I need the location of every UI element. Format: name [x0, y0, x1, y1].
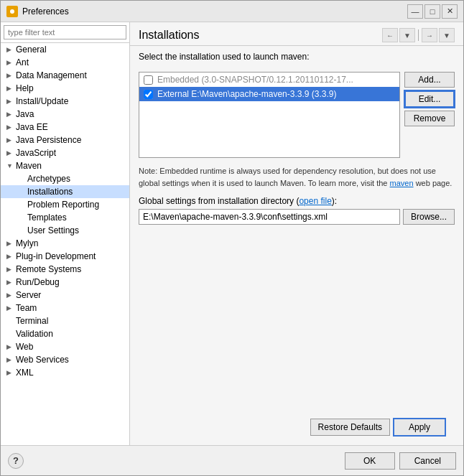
external-label: External E:\Maven\apache-maven-3.3.9 (3.…	[157, 89, 395, 99]
sidebar-item-label: Problem Reporting	[27, 200, 126, 210]
settings-label: Global settings from installation direct…	[139, 196, 455, 206]
sidebar-item-label: XML	[16, 368, 126, 378]
sidebar-item-label: Install/Update	[16, 96, 126, 106]
toolbar-separator	[418, 29, 419, 41]
preferences-window: Preferences — □ ✕ ▶General▶Ant▶Data Mana…	[0, 0, 464, 476]
sidebar-item-help[interactable]: ▶Help	[1, 82, 129, 95]
sidebar-item-label: Web Services	[16, 355, 126, 365]
sidebar-item-problem-reporting[interactable]: Problem Reporting	[1, 198, 129, 211]
forward-button[interactable]: →	[422, 28, 437, 42]
window-title: Preferences	[22, 6, 69, 17]
back-button[interactable]: ←	[382, 28, 398, 42]
sidebar-item-remote-systems[interactable]: ▶Remote Systems	[1, 263, 129, 276]
sidebar-item-label: Web	[16, 342, 126, 352]
settings-row: Browse...	[139, 209, 455, 225]
settings-label-end: ):	[332, 196, 337, 206]
title-bar: Preferences — □ ✕	[1, 1, 463, 22]
maximize-button[interactable]: □	[424, 4, 440, 19]
sidebar-item-terminal[interactable]: Terminal	[1, 314, 129, 327]
sidebar-item-mylyn[interactable]: ▶Mylyn	[1, 237, 129, 250]
arrow-icon: ▶	[6, 279, 14, 286]
sidebar-item-label: Ant	[16, 57, 126, 67]
close-button[interactable]: ✕	[442, 4, 458, 19]
sidebar-item-label: Validation	[16, 329, 126, 339]
toolbar-dropdown1[interactable]: ▼	[399, 28, 415, 42]
external-checkbox[interactable]	[144, 90, 153, 99]
arrow-icon: ▶	[6, 291, 14, 299]
sidebar-item-user-settings[interactable]: User Settings	[1, 224, 129, 237]
sidebar-item-installations[interactable]: Installations	[1, 185, 129, 198]
sidebar-item-run-debug[interactable]: ▶Run/Debug	[1, 276, 129, 289]
arrow-icon: ▶	[6, 304, 14, 312]
sidebar-item-validation[interactable]: Validation	[1, 327, 129, 340]
panel-title: Installations	[139, 29, 200, 42]
sidebar-item-label: Terminal	[16, 316, 126, 326]
help-button[interactable]: ?	[8, 453, 24, 469]
sidebar-item-install-update[interactable]: ▶Install/Update	[1, 95, 129, 108]
sidebar-item-server[interactable]: ▶Server	[1, 289, 129, 302]
sidebar-item-data-management[interactable]: ▶Data Management	[1, 69, 129, 82]
sidebar-item-team[interactable]: ▶Team	[1, 302, 129, 314]
cancel-button[interactable]: Cancel	[399, 452, 456, 470]
sidebar-item-javascript[interactable]: ▶JavaScript	[1, 146, 129, 159]
sidebar-item-java[interactable]: ▶Java	[1, 108, 129, 121]
bottom-left: ?	[8, 453, 24, 469]
bottom-bar: ? OK Cancel	[1, 445, 463, 475]
sidebar-item-label: Java	[16, 109, 126, 119]
arrow-icon: ▼	[6, 162, 14, 169]
sidebar-item-java-persistence[interactable]: ▶Java Persistence	[1, 134, 129, 146]
install-container: Embedded (3.0-SNAPSHOT/0.12.1.20110112-1…	[139, 72, 455, 158]
sidebar-item-archetypes[interactable]: Archetypes	[1, 172, 129, 185]
main-content: ▶General▶Ant▶Data Management▶Help▶Instal…	[1, 22, 463, 445]
search-box	[1, 22, 129, 43]
restore-defaults-button[interactable]: Restore Defaults	[310, 419, 390, 436]
footer-actions: Restore Defaults Apply	[139, 415, 455, 439]
open-file-link[interactable]: open file	[299, 196, 331, 206]
sidebar-item-web-services[interactable]: ▶Web Services	[1, 353, 129, 366]
sidebar-item-label: Installations	[27, 187, 126, 197]
ok-button[interactable]: OK	[345, 452, 395, 470]
sidebar-item-xml[interactable]: ▶XML	[1, 366, 129, 379]
install-row-external[interactable]: External E:\Maven\apache-maven-3.3.9 (3.…	[139, 87, 399, 101]
settings-label-text: Global settings from installation direct…	[139, 196, 299, 206]
embedded-checkbox[interactable]	[144, 75, 153, 85]
arrow-icon: ▶	[6, 369, 14, 376]
embedded-label: Embedded (3.0-SNAPSHOT/0.12.1.20110112-1…	[157, 75, 395, 85]
arrow-icon: ▶	[6, 266, 14, 273]
sidebar-item-label: User Settings	[27, 225, 126, 235]
sidebar-item-label: Server	[16, 290, 126, 300]
sidebar-item-ant[interactable]: ▶Ant	[1, 56, 129, 69]
maven-link[interactable]: maven	[390, 179, 414, 187]
sidebar-item-label: Mylyn	[16, 238, 126, 248]
note-text: Note: Embedded runtime is always used fo…	[139, 165, 455, 189]
sidebar-item-maven[interactable]: ▼Maven	[1, 159, 129, 172]
arrow-icon: ▶	[6, 123, 14, 131]
svg-point-1	[10, 9, 14, 14]
sidebar-item-label: General	[16, 45, 126, 55]
panel-body: Select the installation used to launch m…	[130, 46, 463, 445]
edit-button[interactable]: Edit...	[404, 90, 455, 108]
arrow-icon: ▶	[6, 59, 14, 66]
browse-button[interactable]: Browse...	[403, 209, 455, 225]
sidebar-item-label: Templates	[27, 213, 126, 223]
install-buttons: Add... Edit... Remove	[404, 72, 455, 158]
sidebar-item-java-ee[interactable]: ▶Java EE	[1, 121, 129, 134]
sidebar-item-general[interactable]: ▶General	[1, 43, 129, 56]
sidebar-item-templates[interactable]: Templates	[1, 211, 129, 224]
settings-section: Global settings from installation direct…	[139, 196, 455, 225]
install-row-embedded[interactable]: Embedded (3.0-SNAPSHOT/0.12.1.20110112-1…	[139, 73, 399, 87]
add-button[interactable]: Add...	[404, 72, 455, 88]
sidebar: ▶General▶Ant▶Data Management▶Help▶Instal…	[1, 22, 130, 445]
sidebar-item-label: Remote Systems	[16, 264, 126, 274]
right-panel: Installations ← ▼ → ▼ Select the install…	[130, 22, 463, 445]
remove-button[interactable]: Remove	[404, 111, 455, 126]
sidebar-item-plugin-development[interactable]: ▶Plug-in Development	[1, 250, 129, 263]
arrow-icon: ▶	[6, 111, 14, 118]
sidebar-item-label: Run/Debug	[16, 277, 126, 287]
apply-button[interactable]: Apply	[393, 418, 446, 437]
toolbar-dropdown2[interactable]: ▼	[439, 28, 455, 42]
sidebar-item-web[interactable]: ▶Web	[1, 340, 129, 353]
minimize-button[interactable]: —	[407, 4, 423, 19]
search-input[interactable]	[4, 25, 126, 39]
settings-input[interactable]	[139, 209, 400, 225]
